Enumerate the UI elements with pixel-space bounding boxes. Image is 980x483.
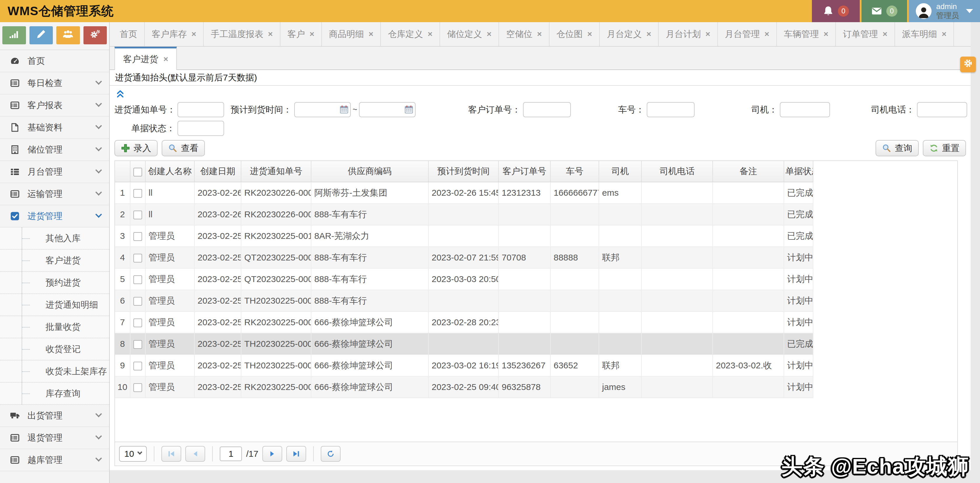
column-header[interactable]: 供应商编码	[311, 161, 428, 182]
table-row[interactable]: 7管理员2023-02-25RK20230225-0006666-蔡徐坤篮球公司…	[115, 311, 813, 333]
status-input[interactable]	[177, 121, 224, 136]
row-checkbox[interactable]	[134, 318, 142, 327]
tab[interactable]: 仓位图×	[549, 22, 600, 46]
vehicle-input[interactable]	[647, 102, 695, 117]
tab[interactable]: 客户×	[280, 22, 322, 46]
row-checkbox[interactable]	[134, 232, 142, 241]
notifications-button[interactable]: 0	[812, 0, 860, 22]
view-button[interactable]: 查看	[162, 140, 205, 156]
close-icon[interactable]: ×	[883, 30, 887, 38]
driver-input[interactable]	[780, 102, 830, 117]
user-menu[interactable]: admin 管理员	[909, 0, 980, 22]
column-header[interactable]: 司机	[599, 161, 641, 182]
sidebar-subitem-received-not-shelved[interactable]: 收货未上架库存	[0, 361, 109, 383]
next-page-button[interactable]	[262, 446, 282, 462]
tab[interactable]: 月台计划×	[659, 22, 718, 46]
close-icon[interactable]: ×	[942, 30, 947, 38]
column-header[interactable]: 司机电话	[641, 161, 713, 182]
page-size-select[interactable]: 10	[119, 446, 147, 462]
close-icon[interactable]: ×	[824, 30, 828, 38]
eta-from-input[interactable]	[294, 102, 351, 117]
close-icon[interactable]: ×	[587, 30, 592, 38]
tab[interactable]: 订单管理×	[836, 22, 895, 46]
row-checkbox[interactable]	[134, 275, 142, 284]
notice-no-input[interactable]	[177, 102, 224, 117]
edit-button[interactable]	[29, 26, 53, 44]
sidebar-item-inbound-mgmt[interactable]: 进货管理	[0, 205, 109, 227]
close-icon[interactable]: ×	[646, 30, 651, 38]
sidebar-item-location-mgmt[interactable]: 储位管理	[0, 139, 109, 161]
table-row[interactable]: 5管理员2023-02-25QT20230225-0008888-车有车行202…	[115, 269, 813, 290]
sidebar-item-base-data[interactable]: 基础资料	[0, 117, 109, 139]
settings-button[interactable]	[83, 26, 107, 44]
close-icon[interactable]: ×	[310, 30, 314, 38]
table-row[interactable]: 1ll2023-02-26RK20230226-0002阿斯蒂芬-土发集团202…	[115, 182, 813, 203]
table-row[interactable]: 3管理员2023-02-25RK20230225-00108AR-芜湖众力已完成	[115, 225, 813, 247]
tab[interactable]: 储位定义×	[440, 22, 499, 46]
row-checkbox[interactable]	[134, 189, 142, 198]
close-icon[interactable]: ×	[705, 30, 710, 38]
sidebar-item-return-mgmt[interactable]: 退货管理	[0, 427, 109, 449]
tab-customer-inbound[interactable]: 客户进货 ×	[115, 47, 177, 70]
column-header[interactable]: 备注	[713, 161, 784, 182]
sidebar-item-transport-mgmt[interactable]: 运输管理	[0, 183, 109, 205]
tab[interactable]: 客户库存×	[145, 22, 204, 46]
close-icon[interactable]: ×	[369, 30, 373, 38]
sidebar-subitem-other-inbound[interactable]: 其他入库	[0, 227, 109, 249]
first-page-button[interactable]	[161, 446, 181, 462]
close-icon[interactable]: ×	[765, 30, 769, 38]
page-number-input[interactable]	[220, 446, 242, 461]
last-page-button[interactable]	[286, 446, 306, 462]
sidebar-item-crossdock-mgmt[interactable]: 越库管理	[0, 449, 109, 471]
tab[interactable]: 手工温度报表×	[204, 22, 280, 46]
column-header[interactable]: 预计到货时间	[428, 161, 498, 182]
tab[interactable]: 首页	[113, 22, 145, 46]
table-row[interactable]: 9管理员2023-02-25TH20230225-0004666-蔡徐坤篮球公司…	[115, 355, 813, 376]
table-row[interactable]: 4管理员2023-02-25QT20230225-0009888-车有车行202…	[115, 247, 813, 269]
sidebar-item-dock-mgmt[interactable]: 月台管理	[0, 161, 109, 183]
reset-button[interactable]: 重置	[923, 140, 966, 156]
sidebar-subitem-inventory-query[interactable]: 库存查询	[0, 383, 109, 405]
table-row[interactable]: 2ll2023-02-26RK20230226-0001888-车有车行已完成	[115, 203, 813, 225]
sidebar-subitem-receiving-register[interactable]: 收货登记	[0, 338, 109, 361]
driver-phone-input[interactable]	[917, 102, 967, 117]
column-header[interactable]: 进货通知单号	[241, 161, 311, 182]
column-header[interactable]: 创建日期	[194, 161, 241, 182]
sidebar-item-daily-check[interactable]: 每日检查	[0, 72, 109, 94]
sidebar-subitem-batch-receiving[interactable]: 批量收货	[0, 316, 109, 338]
eta-to-input[interactable]	[359, 102, 415, 117]
tab[interactable]: 商品明细×	[322, 22, 381, 46]
reload-button[interactable]	[321, 446, 340, 462]
close-icon[interactable]: ×	[487, 30, 492, 38]
close-icon[interactable]: ×	[537, 30, 542, 38]
messages-button[interactable]: 0	[862, 0, 907, 22]
sidebar-item-home[interactable]: 首页	[0, 50, 109, 72]
tab[interactable]: 仓库定义×	[381, 22, 440, 46]
sidebar-item-outbound-mgmt[interactable]: 出货管理	[0, 405, 109, 427]
tab[interactable]: 空储位×	[499, 22, 549, 46]
row-checkbox[interactable]	[134, 383, 142, 392]
select-all-checkbox[interactable]	[134, 168, 142, 176]
sidebar-subitem-inbound-notice-detail[interactable]: 进货通知明细	[0, 294, 109, 316]
close-icon[interactable]: ×	[164, 55, 168, 63]
column-header[interactable]: 创建人名称	[145, 161, 194, 182]
row-checkbox[interactable]	[134, 340, 142, 349]
row-checkbox[interactable]	[134, 362, 142, 370]
sidebar-subitem-reserved-inbound[interactable]: 预约进货	[0, 272, 109, 294]
table-row[interactable]: 6管理员2023-02-25TH20230225-0007888-车有车行计划中	[115, 290, 813, 311]
users-button[interactable]	[56, 26, 80, 44]
column-header[interactable]: 客户订单号	[498, 161, 550, 182]
tab[interactable]: 派车明细×	[895, 22, 954, 46]
table-row[interactable]: 10管理员2023-02-25RK20230225-0003666-蔡徐坤篮球公…	[115, 376, 813, 398]
theme-gear-button[interactable]	[960, 57, 976, 72]
search-button[interactable]: 查询	[875, 140, 919, 156]
tab[interactable]: 车辆管理×	[777, 22, 836, 46]
customer-order-input[interactable]	[523, 102, 571, 117]
close-icon[interactable]: ×	[191, 30, 196, 38]
tab[interactable]: 月台定义×	[600, 22, 659, 46]
prev-page-button[interactable]	[185, 446, 205, 462]
close-icon[interactable]: ×	[428, 30, 432, 38]
column-header[interactable]: 单据状态	[784, 161, 813, 182]
tab[interactable]: 月台管理×	[718, 22, 777, 46]
row-checkbox[interactable]	[134, 297, 142, 306]
